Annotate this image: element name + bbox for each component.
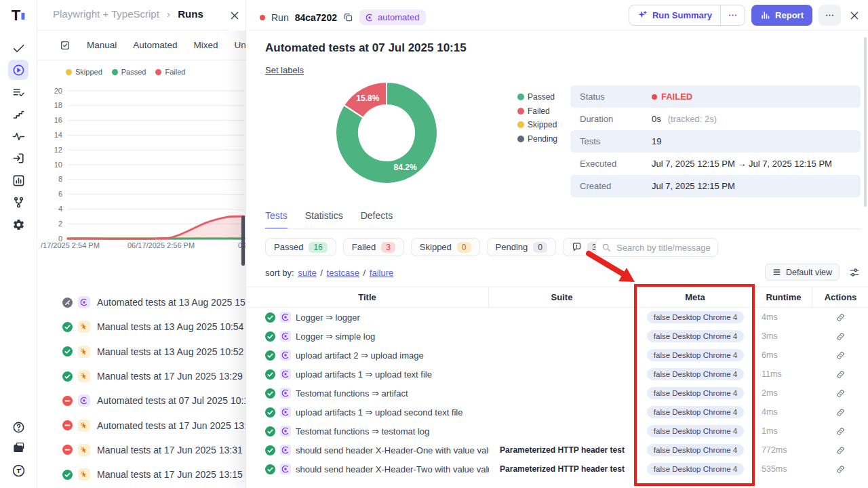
link-icon[interactable] (836, 332, 845, 341)
link-icon[interactable] (836, 313, 845, 322)
run-type-badge[interactable]: automated (359, 9, 426, 25)
sidebar-item-import[interactable] (8, 148, 28, 168)
tab-tests[interactable]: Tests (265, 210, 288, 229)
filter-skipped[interactable]: Skipped0 (411, 238, 480, 256)
sidebar-item-pulse[interactable] (8, 126, 28, 146)
more-actions-button[interactable] (818, 5, 841, 26)
close-icon[interactable] (849, 10, 860, 21)
meta-cell: false Desktop Chrome 4 (635, 365, 755, 384)
run-list-item[interactable]: Manual tests at 13 Aug 2025 10:542 (37, 314, 245, 339)
breadcrumb-current[interactable]: Runs (178, 8, 203, 20)
sidebar-item-settings[interactable] (8, 214, 28, 235)
sort-link-failure[interactable]: failure (370, 268, 393, 278)
detail-panel-scrollbar[interactable] (864, 37, 867, 207)
runs-tab-unfini[interactable]: Unfini (235, 40, 245, 50)
run-detail-topbar: Run 84ca7202 automated Run Summary (246, 0, 868, 30)
title-cell[interactable]: Testomat functions ⇒ artifact (246, 384, 489, 403)
sliders-icon[interactable] (849, 267, 860, 278)
title-cell[interactable]: should send header X-Header-One with val… (246, 441, 489, 460)
link-icon[interactable] (836, 408, 845, 417)
table-row[interactable]: should send header X-Header-Two with val… (246, 460, 868, 479)
link-icon[interactable] (836, 446, 845, 455)
table-row[interactable]: should send header X-Header-One with val… (246, 441, 868, 460)
sidebar-item-tests[interactable] (8, 38, 28, 58)
manual-icon (80, 422, 88, 430)
run-list-item[interactable]: Manual tests at 17 Jun 2025 13:15from (37, 462, 245, 487)
link-icon[interactable] (836, 465, 845, 474)
title-cell[interactable]: upload artifacts 1 ⇒ upload second text … (246, 403, 489, 422)
title-cell[interactable]: should send header X-Header-Two with val… (246, 460, 489, 479)
filter-pending[interactable]: Pending0 (487, 238, 556, 256)
table-row[interactable]: upload artifact 2 ⇒ upload imagefalse De… (246, 346, 868, 365)
avatar[interactable]: T (8, 460, 28, 481)
run-list-item[interactable]: Manual tests at 17 Jun 2025 13:31from (37, 438, 245, 462)
title-cell[interactable]: Testomat functions ⇒ testomat log (246, 422, 489, 441)
title-cell[interactable]: Logger ⇒ logger (246, 308, 489, 327)
table-row[interactable]: Testomat functions ⇒ testomat logfalse D… (246, 422, 868, 441)
column-header-title[interactable]: Title (246, 287, 489, 307)
copy-icon[interactable] (343, 12, 353, 22)
sidebar-item-milestones[interactable] (8, 104, 28, 124)
sidebar-item-runs[interactable] (8, 60, 28, 80)
table-row[interactable]: Logger ⇒ loggerfalse Desktop Chrome 44ms (246, 308, 868, 327)
filter-failed[interactable]: Failed3 (343, 238, 404, 256)
link-icon[interactable] (836, 389, 845, 398)
title-cell[interactable]: upload artifact 2 ⇒ upload image (246, 346, 489, 365)
column-header-suite[interactable]: Suite (489, 287, 635, 307)
sidebar-item-branches[interactable] (8, 192, 28, 212)
runs-panel-scrollbar[interactable] (241, 216, 245, 266)
table-row[interactable]: Testomat functions ⇒ artifactfalse Deskt… (246, 384, 868, 403)
title-cell[interactable]: Logger ⇒ simple log (246, 327, 489, 346)
runs-tab-automated[interactable]: Automated (133, 40, 177, 50)
table-row[interactable]: upload artifacts 1 ⇒ upload text filefal… (246, 365, 868, 384)
report-button[interactable]: Report (751, 5, 812, 26)
run-list-item[interactable]: Automated tests at 07 Jul 2025 10:15 (37, 388, 245, 413)
run-list-item[interactable]: Automated tests at 13 Aug 2025 15:53 (37, 290, 245, 314)
run-title: Automated tests at 07 Jul 2025 10:15 (265, 41, 467, 55)
detail-panel-close-tab[interactable] (224, 0, 245, 30)
sidebar-item-test-plans[interactable] (8, 82, 28, 102)
run-list-item[interactable]: Automated tests at 17 Jun 2025 13:30 (37, 413, 245, 437)
app-logo[interactable]: T▮ (8, 5, 28, 26)
search-input[interactable] (615, 242, 712, 253)
automated-icon (281, 312, 290, 322)
table-row[interactable]: upload artifacts 1 ⇒ upload second text … (246, 403, 868, 422)
title-cell[interactable]: upload artifacts 1 ⇒ upload text file (246, 365, 489, 384)
checkbox-icon[interactable] (60, 40, 71, 51)
test-title: Logger ⇒ logger (296, 312, 360, 323)
column-header-meta[interactable]: Meta (635, 287, 755, 307)
run-type-chip (78, 370, 90, 382)
suite-cell (489, 346, 635, 365)
sidebar-item-docs[interactable] (8, 438, 28, 458)
table-row[interactable]: Logger ⇒ simple logfalse Desktop Chrome … (246, 327, 868, 346)
filter-passed[interactable]: Passed16 (265, 238, 336, 256)
tab-defects[interactable]: Defects (361, 210, 393, 229)
test-title: Testomat functions ⇒ testomat log (296, 426, 429, 436)
breadcrumb-project[interactable]: Playwright + TypeScript (53, 8, 159, 20)
link-icon[interactable] (836, 351, 845, 360)
run-list-item[interactable]: Manual tests at 13 Aug 2025 10:52from (37, 340, 245, 364)
panel-close-button[interactable] (847, 8, 862, 23)
run-summary-more-button[interactable] (720, 5, 745, 25)
tab-statistics[interactable]: Statistics (305, 210, 343, 229)
close-icon[interactable] (229, 10, 240, 21)
actions-cell (812, 422, 868, 441)
runs-tab-manual[interactable]: Manual (87, 40, 117, 50)
link-icon[interactable] (836, 370, 845, 379)
sort-link-suite[interactable]: suite (298, 268, 316, 278)
set-labels-link[interactable]: Set labels (265, 65, 304, 75)
run-summary-button[interactable]: Run Summary (629, 10, 720, 20)
filter-count: 16 (309, 242, 327, 253)
column-header-runtime[interactable]: Runtime (755, 287, 812, 307)
test-type-chip (280, 350, 291, 361)
default-view-button[interactable]: Default view (765, 264, 840, 281)
column-header-actions[interactable]: Actions (812, 287, 868, 307)
runs-tab-mixed[interactable]: Mixed (194, 40, 218, 50)
sort-link-testcase[interactable]: testcase (327, 268, 359, 278)
sidebar-item-analytics[interactable] (8, 170, 28, 190)
sidebar-item-help[interactable] (8, 417, 28, 437)
run-title: Manual tests at 17 Jun 2025 13:15 (97, 469, 243, 480)
legend-dot (112, 69, 118, 75)
run-list-item[interactable]: Manual tests at 17 Jun 2025 13:29from (37, 364, 245, 388)
link-icon[interactable] (836, 427, 845, 436)
